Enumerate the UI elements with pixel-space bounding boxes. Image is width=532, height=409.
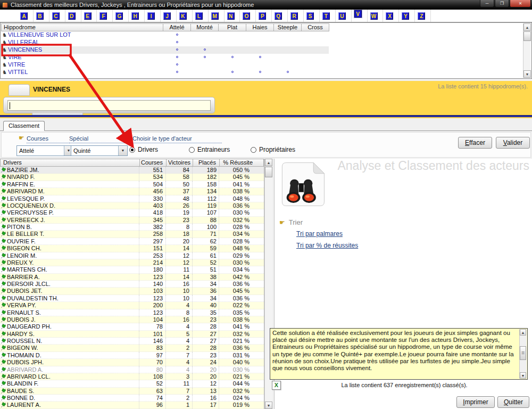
minimize-button[interactable]: ─	[480, 0, 494, 7]
driver-row[interactable]: ERNAULT S.123835035 %	[0, 309, 264, 316]
maximize-button[interactable]: ❐	[495, 0, 509, 7]
column-header-plat[interactable]: Plat	[218, 23, 246, 31]
radio-drivers[interactable]: Drivers	[129, 146, 158, 153]
driver-row[interactable]: LAURENT A.96117019 %	[0, 402, 264, 408]
tab-classement[interactable]: Classement	[3, 121, 45, 131]
hippodrome-row[interactable]: ♞VITRE	[1, 61, 522, 69]
driver-row[interactable]: ROUSSEL N.146427021 %	[0, 338, 264, 345]
column-header-places[interactable]: Placés	[193, 159, 220, 167]
letter-button-q[interactable]: Q	[275, 12, 282, 20]
letter-button-j[interactable]: J	[163, 12, 171, 20]
radio-selected-icon[interactable]	[129, 147, 135, 153]
column-header-steeple[interactable]: Steeple	[273, 23, 302, 31]
driver-row[interactable]: BIGEON W.83228036 %	[0, 345, 264, 351]
driver-row[interactable]: DUBOIS JPH.70424040 %	[0, 359, 264, 366]
scroll-up-icon[interactable]: ▲	[523, 23, 531, 31]
driver-row[interactable]: ABRIVARD LCL.108320021 %	[0, 373, 264, 380]
driver-row[interactable]: LEVESQUE P.33048112048 %	[0, 195, 264, 202]
driver-row[interactable]: PITON B.3828100028 %	[0, 224, 264, 231]
driver-row[interactable]: BAZIRE JM.55184189050 %	[0, 167, 264, 174]
quitter-button[interactable]: Quitter	[497, 396, 529, 408]
letter-button-y[interactable]: Y	[402, 12, 409, 20]
scroll-down-icon[interactable]: ▼	[520, 372, 526, 379]
driver-row[interactable]: DUVALDESTIN TH.1231034036 %	[0, 295, 264, 302]
column-header-haies[interactable]: Haies	[246, 23, 274, 31]
radio-entraineurs[interactable]: Entraineurs	[189, 146, 230, 153]
radio-icon[interactable]	[189, 147, 195, 153]
column-header-victoires[interactable]: Victoires	[166, 159, 193, 167]
driver-row[interactable]: ABRIVARD A.80420030 %	[0, 366, 264, 373]
driver-row[interactable]: LE BELLER T.2581871034 %	[0, 231, 264, 238]
scroll-up-icon[interactable]: ▲	[520, 329, 526, 336]
letter-button-f[interactable]: F	[99, 12, 107, 20]
link-tri-reussites[interactable]: Tri par % de réussites	[296, 242, 358, 249]
driver-row[interactable]: DREUX Y.2141252030 %	[0, 259, 264, 266]
driver-row[interactable]: OUVRIE F.2972062028 %	[0, 238, 264, 245]
hippodrome-row[interactable]: ♞VILLENEUVE SUR LOT	[1, 31, 522, 39]
valider-button[interactable]: Valider	[496, 137, 530, 149]
letter-button-p[interactable]: P	[259, 12, 266, 20]
radio-icon[interactable]	[251, 147, 256, 153]
letter-button-z[interactable]: Z	[418, 12, 425, 20]
column-header-reussite[interactable]: % Réussite	[219, 159, 264, 167]
letter-button-s[interactable]: S	[306, 12, 314, 20]
letter-button-c[interactable]: C	[52, 12, 60, 20]
column-header-attelé[interactable]: Attelé	[163, 23, 191, 31]
letter-button-h[interactable]: H	[131, 12, 139, 20]
letter-button-a[interactable]: A	[20, 12, 28, 20]
letter-button-k[interactable]: K	[179, 12, 187, 20]
driver-row[interactable]: VERVA PY.200440022 %	[0, 302, 264, 309]
column-header-monté[interactable]: Monté	[190, 23, 219, 31]
scrollbar-thumb[interactable]	[523, 31, 531, 41]
scroll-up-icon[interactable]: ▲	[265, 159, 272, 166]
driver-row[interactable]: BARRIER A.1231438042 %	[0, 274, 264, 281]
imprimer-button[interactable]: Imprimer	[456, 396, 495, 408]
letter-button-d[interactable]: D	[68, 12, 76, 20]
letter-button-o[interactable]: O	[243, 12, 250, 20]
driver-row[interactable]: ABRIVARD M.45637134038 %	[0, 188, 264, 195]
driver-row[interactable]: VERBEECK J.3452388032 %	[0, 217, 264, 224]
letter-button-w[interactable]: W	[370, 12, 378, 20]
driver-row[interactable]: DUBOIS JET.1031036045 %	[0, 288, 264, 295]
letter-button-u[interactable]: U	[338, 12, 346, 20]
letter-button-e[interactable]: E	[84, 12, 92, 20]
letter-button-g[interactable]: G	[115, 12, 123, 20]
letter-button-x[interactable]: X	[386, 12, 393, 20]
letter-button-t[interactable]: T	[322, 12, 330, 20]
hippodrome-row[interactable]: ♞VILLEREAL	[1, 39, 522, 46]
excel-export-button[interactable]: X	[272, 381, 281, 390]
driver-row[interactable]: DERSOIR JLCL.1401634036 %	[0, 281, 264, 288]
scrollbar-thumb[interactable]	[265, 167, 272, 177]
link-tri-palmares[interactable]: Tri par palmares	[296, 230, 343, 238]
courses-select[interactable]: Attelé ▼	[16, 145, 73, 156]
hippodrome-row[interactable]: ♞VINCENNES	[1, 46, 522, 54]
driver-row[interactable]: DAUGEARD PH.78428041 %	[0, 323, 264, 330]
letter-button-n[interactable]: N	[227, 12, 235, 20]
driver-row[interactable]: LOCQUENEUX D.40326119036 %	[0, 202, 264, 209]
driver-row[interactable]: VERCRUYSSE P.41819107030 %	[0, 209, 264, 216]
chevron-down-icon[interactable]: ▼	[118, 146, 127, 156]
column-header-courses[interactable]: Courses	[139, 159, 167, 167]
letter-button-v[interactable]: V	[354, 10, 362, 18]
driver-row[interactable]: BIGEON CH.1511459048 %	[0, 245, 264, 252]
effacer-button[interactable]: Effacer	[458, 137, 492, 149]
letter-button-m[interactable]: M	[211, 12, 219, 20]
column-header-hippodrome[interactable]: Hippodrome	[1, 23, 163, 31]
search-input[interactable]	[7, 100, 211, 111]
special-select[interactable]: Quinté ▼	[71, 145, 128, 156]
column-header-cross[interactable]: Cross	[301, 23, 329, 31]
driver-row[interactable]: MARTENS CH.1801151034 %	[0, 266, 264, 273]
driver-row[interactable]: BAUDE S.63713032 %	[0, 388, 264, 395]
hippodrome-row[interactable]: ♞VIRE	[1, 54, 522, 61]
letter-button-r[interactable]: R	[290, 12, 298, 20]
driver-row[interactable]: LENOIR M.2531261029 %	[0, 252, 264, 259]
info-scrollbar[interactable]: ▲ ☰ ▼	[519, 329, 527, 379]
scroll-down-icon[interactable]: ▼	[265, 402, 272, 409]
driver-row[interactable]: NIVARD F.53458182045 %	[0, 174, 264, 181]
driver-row[interactable]: THOMAIN D.97723031 %	[0, 352, 264, 359]
close-button[interactable]: ✕	[510, 0, 531, 7]
scroll-down-icon[interactable]: ▼	[523, 70, 531, 78]
radio-proprietaires[interactable]: Propriétaires	[251, 146, 295, 153]
driver-row[interactable]: DUBOIS J.1041623038 %	[0, 316, 264, 323]
letter-button-b[interactable]: B	[36, 12, 44, 20]
